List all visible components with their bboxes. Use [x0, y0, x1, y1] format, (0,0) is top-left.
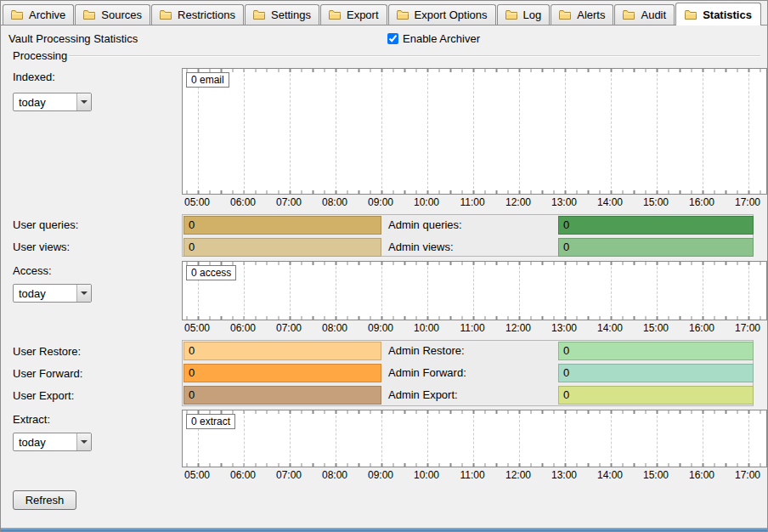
gridline	[611, 70, 612, 193]
indexed-chart-legend: 0 email	[186, 72, 229, 88]
folder-icon	[83, 9, 97, 20]
gridline	[473, 411, 474, 466]
time-label: 15:00	[643, 322, 669, 334]
tab-restrictions[interactable]: Restrictions	[151, 4, 244, 25]
time-label: 10:00	[414, 322, 439, 334]
page-title: Vault Processing Statistics	[8, 32, 138, 45]
gridline	[657, 70, 658, 193]
processing-group-label: Processing	[13, 49, 67, 62]
time-label: 08:00	[322, 196, 347, 208]
admin-queries-value: 0	[563, 218, 569, 231]
tab-label: Export	[347, 8, 379, 21]
enable-archiver-checkbox[interactable]	[387, 33, 398, 44]
tab-label: Sources	[101, 8, 142, 21]
admin-forward-value: 0	[563, 366, 569, 379]
time-label: 11:00	[460, 322, 484, 334]
time-label: 06:00	[230, 322, 256, 334]
gridline	[611, 411, 612, 466]
application-window: Archive Sources Restrictions Settings Ex…	[0, 0, 768, 532]
user-queries-value: 0	[189, 218, 195, 231]
tab-label: Export Options	[415, 8, 488, 21]
gridline	[565, 263, 566, 319]
time-label: 14:00	[597, 469, 623, 481]
tab-label: Log	[523, 8, 542, 21]
extract-label: Extract:	[13, 413, 50, 426]
user-restore-value: 0	[189, 344, 195, 357]
gridline	[381, 263, 382, 319]
access-label: Access:	[13, 264, 52, 277]
indexed-chart: 0 email 05:0006:0007:0008:0009:0010:0011…	[182, 68, 767, 208]
user-views-bar: 0	[184, 238, 381, 257]
tab-label: Audit	[641, 8, 666, 21]
user-export-bar: 0	[184, 386, 381, 405]
tab-statistics[interactable]: Statistics	[675, 3, 761, 25]
gridline	[657, 263, 658, 319]
gridline	[427, 70, 428, 193]
gridline	[565, 70, 566, 193]
extract-chart-legend: 0 extract	[186, 414, 235, 429]
folder-icon	[559, 9, 573, 20]
time-label: 06:00	[230, 469, 256, 481]
tab-export-options[interactable]: Export Options	[388, 4, 496, 25]
tab-audit[interactable]: Audit	[614, 4, 675, 25]
time-label: 16:00	[689, 469, 714, 481]
tab-log[interactable]: Log	[497, 4, 551, 25]
tab-archive[interactable]: Archive	[3, 4, 74, 25]
indexed-label: Indexed:	[13, 71, 55, 83]
time-label: 05:00	[184, 322, 210, 334]
gridline	[336, 263, 336, 319]
time-label: 09:00	[368, 469, 393, 481]
admin-export-bar: 0	[558, 386, 754, 405]
restore-row: 0 Admin Restore: 0	[184, 342, 752, 360]
time-label: 13:00	[551, 469, 577, 481]
enable-archiver-row: Enable Archiver	[387, 32, 480, 45]
refresh-button[interactable]: Refresh	[13, 490, 76, 510]
tab-label: Settings	[271, 8, 311, 21]
extract-chart: 0 extract 05:0006:0007:0008:0009:0010:00…	[182, 410, 767, 481]
time-label: 16:00	[689, 196, 714, 208]
admin-restore-label: Admin Restore:	[388, 344, 465, 357]
time-label: 15:00	[643, 196, 669, 208]
gridline	[381, 70, 382, 193]
gridline	[290, 70, 291, 193]
dropdown-button	[76, 433, 91, 450]
time-label: 08:00	[322, 322, 347, 334]
tab-bar: Archive Sources Restrictions Settings Ex…	[1, 1, 767, 25]
time-label: 09:00	[368, 322, 393, 334]
indexed-period-value: today	[14, 96, 76, 109]
access-period-value: today	[14, 287, 76, 300]
extract-period-select[interactable]: today	[13, 433, 92, 451]
gridline	[703, 263, 703, 319]
tab-sources[interactable]: Sources	[75, 4, 150, 25]
forward-row: 0 Admin Forward: 0	[184, 364, 752, 382]
gridline	[244, 70, 245, 193]
admin-forward-bar: 0	[558, 364, 754, 382]
tab-export[interactable]: Export	[320, 4, 387, 25]
admin-views-label: Admin views:	[388, 241, 454, 253]
gridline	[703, 411, 703, 466]
admin-restore-bar: 0	[558, 342, 754, 360]
time-label: 15:00	[643, 469, 669, 481]
access-chart-plot: 0 access	[182, 261, 767, 320]
gridline	[290, 411, 291, 466]
time-label: 05:00	[184, 196, 210, 208]
gridline	[336, 411, 336, 466]
user-export-label: User Export:	[13, 389, 74, 402]
user-export-value: 0	[189, 388, 195, 401]
time-label: 07:00	[276, 196, 302, 208]
time-label: 17:00	[735, 196, 760, 208]
tab-settings[interactable]: Settings	[245, 4, 319, 25]
window-bottom-edge	[1, 528, 767, 531]
queries-row: 0 Admin queries: 0	[184, 216, 752, 235]
admin-views-bar: 0	[558, 238, 754, 257]
queries-views-panel: 0 Admin queries: 0 0 Admin views: 0	[182, 214, 754, 257]
extract-time-axis: 05:0006:0007:0008:0009:0010:0011:0012:00…	[182, 467, 767, 481]
tab-alerts[interactable]: Alerts	[551, 4, 613, 25]
chevron-down-icon	[81, 100, 88, 104]
folder-icon	[505, 9, 519, 20]
gridline	[427, 263, 428, 319]
gridline	[336, 70, 336, 193]
indexed-period-select[interactable]: today	[13, 93, 92, 111]
time-label: 11:00	[460, 196, 484, 208]
access-period-select[interactable]: today	[13, 284, 92, 303]
